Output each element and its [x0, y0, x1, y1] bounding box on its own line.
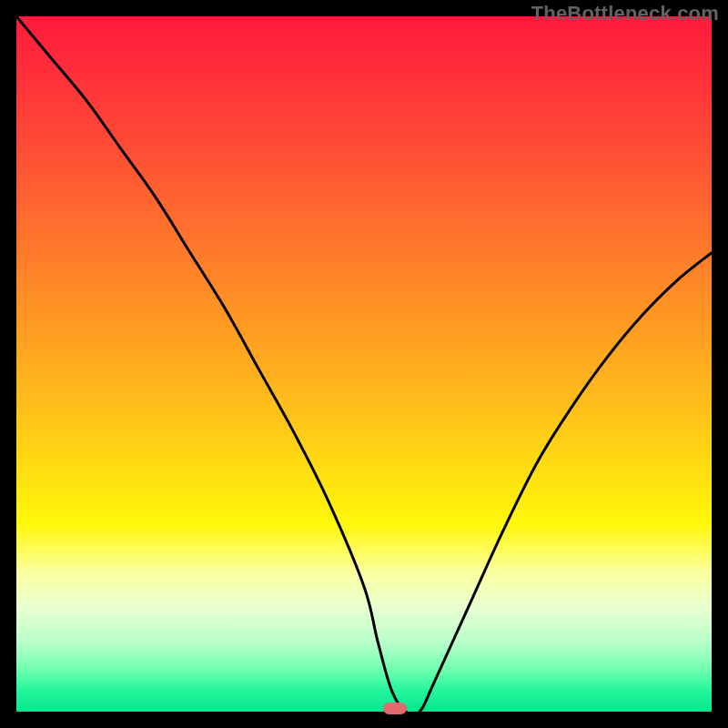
- chart-frame: TheBottleneck.com: [0, 0, 728, 728]
- optimal-marker: [383, 703, 407, 714]
- watermark-text: TheBottleneck.com: [531, 2, 719, 25]
- bottleneck-curve: [16, 16, 712, 712]
- chart-plot-area: [16, 16, 712, 712]
